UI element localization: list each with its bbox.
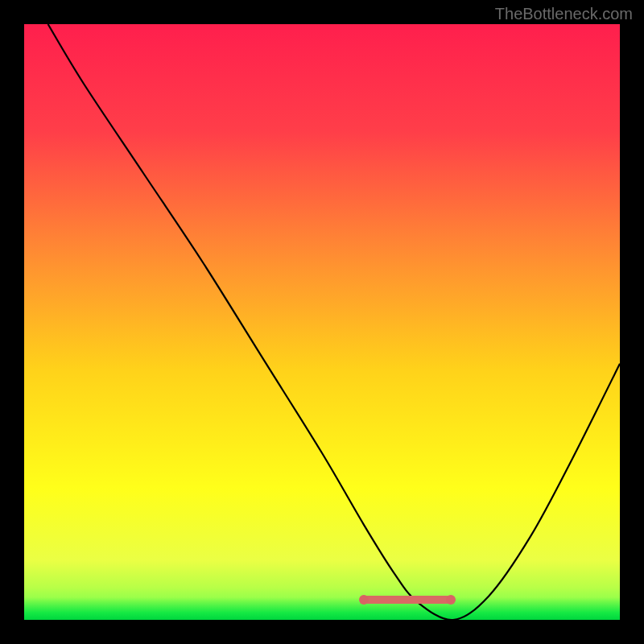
optimal-range-marker xyxy=(364,596,451,604)
marker-dot xyxy=(446,595,456,605)
bottleneck-curve xyxy=(24,24,620,620)
watermark-text: TheBottleneck.com xyxy=(495,5,633,23)
plot-area xyxy=(24,24,620,620)
marker-dot xyxy=(359,595,369,605)
